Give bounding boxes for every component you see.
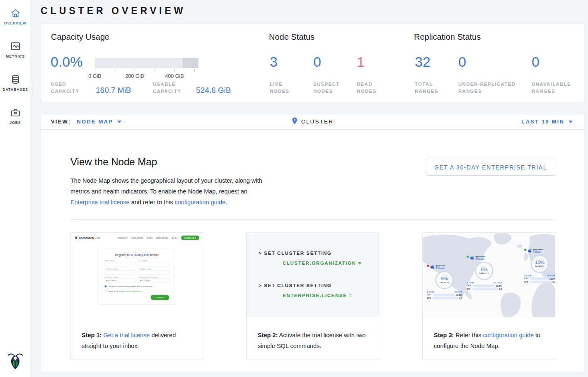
cluster-overview-screen: OVERVIEW METRICS DATABASES JOBS — [0, 0, 588, 377]
time-range-selector[interactable]: LAST 10 MIN — [521, 114, 573, 129]
code-arg-1: CLUSTER.ORGANIZATION = — [283, 261, 362, 266]
metrics-chart-icon — [0, 41, 31, 52]
mini-checkbox2-pre: I agree to the — [108, 290, 119, 292]
mini-nav-resources: RESOURCES — [156, 237, 169, 239]
node-status-title: Node Status — [269, 32, 315, 42]
configuration-guide-link[interactable]: configuration guide — [174, 199, 225, 205]
description-line-2: metrics and health indicators. To enable… — [70, 188, 247, 195]
code-prompt-2: > SET CLUSTER SETTING — [259, 283, 332, 288]
locality-breadcrumb: CLUSTER — [41, 114, 584, 129]
step-card-2: > SET CLUSTER SETTING CLUSTER.ORGANIZATI… — [246, 232, 379, 360]
node-map-preview-image: geo=sfo2 Nodes 9% CAPACITY 3.2 GiB351 Gi… — [423, 233, 555, 317]
unavailable-ranges-label: UNAVAILABLE RANGES — [532, 81, 581, 95]
mini-nav-docs: DOCS — [147, 237, 152, 239]
sidebar-item-metrics[interactable]: METRICS — [0, 41, 31, 58]
mini-reason-select: Please Select — [138, 279, 169, 283]
capacity-bar-ticks — [95, 69, 198, 72]
usable-capacity-label: USABLE CAPACITY — [153, 81, 190, 95]
checkbox-empty-icon — [105, 290, 107, 292]
sidebar-item-label: DATABASES — [0, 87, 31, 92]
enterprise-trial-license-link[interactable]: Enterprise trial license — [70, 199, 130, 205]
locality-badge-ams: geo=ams1 Node 10% CAPACITY 3.6 GiB36.4 G… — [524, 248, 555, 283]
capacity-gauge: 10% CAPACITY — [531, 255, 549, 273]
step-2-caption: Step 2: Activate the trial license with … — [247, 317, 379, 351]
panel-heading: View the Node Map — [70, 156, 157, 168]
description-line-1: The Node Map shows the geographical layo… — [70, 177, 262, 184]
briefcase-icon — [0, 107, 31, 118]
step-card-3: geo=sfo2 Nodes 9% CAPACITY 3.2 GiB351 Gi… — [422, 232, 555, 360]
mini-field-label: COMPANY NAME — [105, 268, 136, 270]
sidebar-item-label: METRICS — [0, 54, 31, 58]
locality-badge-sfo: geo=sfo2 Nodes 9% CAPACITY 3.2 GiB351 Gi… — [427, 264, 462, 300]
code-arg-2: ENTERPRISE.LICENSE = — [283, 293, 352, 298]
capacity-bar: 0 GiB 200 GiB 400 GiB — [95, 58, 198, 80]
step-1-caption: Step 1: Get a trial license delivered st… — [70, 317, 203, 351]
get-trial-license-link[interactable]: Get a trial license — [103, 332, 150, 338]
sidebar-item-overview[interactable]: OVERVIEW — [0, 7, 31, 25]
mini-download-button: DOWNLOAD — [181, 236, 199, 240]
mini-field-label: COMPANY EMAIL — [138, 268, 169, 270]
under-replicated-ranges-count: 0 — [458, 54, 466, 70]
chevron-down-icon — [569, 121, 573, 123]
under-replicated-ranges-label: UNDER-REPLICATED RANGES — [458, 81, 525, 95]
mini-logo-suffix: LABS — [95, 237, 101, 239]
section-divider — [70, 219, 555, 220]
unavailable-ranges-count: 0 — [532, 54, 540, 70]
step-1-prefix: Step 1: — [82, 332, 102, 338]
enterprise-trial-button[interactable]: GET A 30-DAY ENTERPRISE TRIAL — [426, 159, 555, 176]
usable-capacity-value: 524.6 GiB — [196, 86, 231, 95]
suspect-nodes-label: SUSPECT NODES — [313, 81, 346, 95]
mini-field-label: REASON FOR INTEREST — [138, 277, 169, 278]
time-range-value[interactable]: LAST 10 MIN — [521, 118, 564, 125]
step-card-1: Cockroach LABS PRODUCT CUSTOMERS DOCS RE… — [70, 232, 203, 360]
dead-node-status-dot — [427, 265, 429, 267]
sidebar-item-databases[interactable]: DATABASES — [0, 74, 31, 92]
mini-license-agreement-link: Software License Agreement. — [119, 290, 142, 292]
used-capacity-value: 160.7 MiB — [96, 86, 131, 95]
capacity-gauge: 6% CAPACITY — [475, 262, 494, 280]
step-3-prefix: Step 3: — [434, 332, 454, 338]
cockroach-labs-logo-icon — [0, 351, 31, 372]
capacity-usage-title: Capacity Usage — [51, 32, 109, 42]
view-bar: VIEW: NODE MAP CLUSTER LAST 10 MIN — [41, 114, 585, 129]
capacity-used-percent: 0.0% — [51, 54, 83, 70]
tick-label-0: 0 GiB — [88, 73, 101, 79]
description-mid: and refer to this — [130, 199, 175, 205]
node-locality-badges: geo=sfo2 Nodes 9% CAPACITY 3.2 GiB351 Gi… — [423, 233, 555, 317]
mini-company-email-input — [138, 271, 169, 275]
mini-form-title: Register for a 30-day trial license — [105, 254, 169, 257]
cluster-summary-card: Capacity Usage 0.0% 0 GiB 200 GiB 400 Gi… — [41, 24, 585, 102]
tick-label-400: 400 GiB — [165, 73, 184, 79]
mini-field-label: PROJECT PHASE — [105, 277, 136, 278]
replication-status-title: Replication Status — [414, 32, 481, 42]
node-cube-icon — [470, 256, 474, 260]
step-3-text-pre: Refer this — [454, 332, 483, 338]
sidebar-item-jobs[interactable]: JOBS — [0, 107, 31, 125]
map-pin-icon — [292, 117, 298, 126]
cpu-sparkline — [473, 285, 495, 287]
qps-sparkline — [433, 297, 458, 300]
mini-company-name-input — [105, 271, 136, 275]
mini-site-logo: Cockroach LABS — [75, 236, 100, 240]
configuration-guide-link[interactable]: configuration guide — [483, 332, 534, 338]
mini-nav-customers: CUSTOMERS — [131, 237, 144, 239]
live-nodes-label: LIVE NODES — [270, 81, 303, 95]
home-icon — [0, 7, 31, 19]
step-3-caption: Step 3: Refer this configuration guide t… — [423, 317, 555, 351]
node-cube-icon — [431, 265, 435, 269]
tick-label-200: 200 GiB — [125, 73, 144, 79]
total-ranges-label: TOTAL RANGES — [415, 81, 448, 95]
node-cube-icon — [528, 249, 532, 253]
sidebar-item-label: OVERVIEW — [0, 21, 31, 25]
sidebar: OVERVIEW METRICS DATABASES JOBS — [0, 0, 31, 377]
locality-node-count: 2 Nodes — [476, 258, 486, 260]
mini-first-name-input — [105, 262, 136, 266]
sql-code-block: > SET CLUSTER SETTING CLUSTER.ORGANIZATI… — [247, 233, 379, 317]
live-nodes-count: 3 — [270, 54, 278, 70]
mini-field-label: LAST NAME — [138, 260, 169, 262]
capacity-bar-tick-labels: 0 GiB 200 GiB 400 GiB — [95, 73, 198, 80]
dead-nodes-label: DEAD NODES — [357, 81, 390, 95]
mini-nav-product: PRODUCT — [118, 237, 128, 239]
mini-agree-checkbox-row: I agree to the Software License Agreemen… — [105, 290, 169, 292]
database-icon — [0, 74, 31, 85]
